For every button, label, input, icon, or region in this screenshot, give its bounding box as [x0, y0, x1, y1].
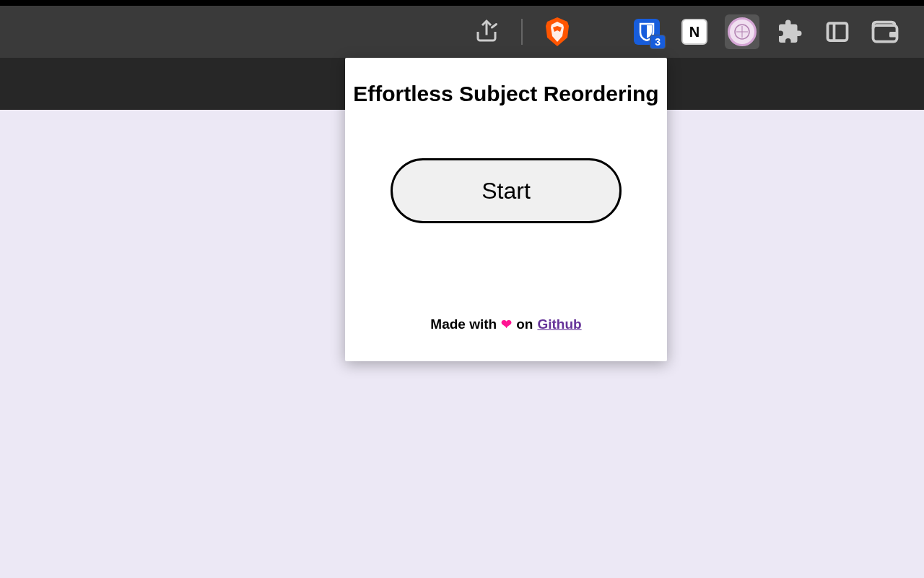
sidebar-toggle-icon[interactable] [820, 14, 855, 49]
svg-rect-1 [828, 23, 847, 40]
bitwarden-extension-icon[interactable]: 3 [629, 14, 664, 49]
extension-popup: Effortless Subject Reordering Start Made… [345, 58, 667, 361]
window-top-border [0, 0, 924, 6]
popup-footer: Made with ❤ on Github [430, 316, 581, 332]
footer-prefix: Made with [430, 316, 497, 332]
toolbar-divider [521, 19, 523, 45]
extensions-puzzle-icon[interactable] [772, 14, 807, 49]
brave-shield-icon[interactable] [540, 14, 575, 49]
browser-toolbar: 3 N [0, 6, 924, 58]
share-icon[interactable] [469, 14, 504, 49]
github-link[interactable]: Github [537, 316, 581, 332]
notion-extension-icon[interactable]: N [677, 14, 712, 49]
svg-rect-4 [889, 32, 897, 38]
wallet-icon[interactable] [868, 14, 902, 49]
heart-icon: ❤ [501, 316, 512, 332]
popup-title: Effortless Subject Reordering [353, 79, 658, 108]
footer-on: on [516, 316, 533, 332]
start-button[interactable]: Start [391, 158, 622, 223]
active-extension-icon[interactable] [725, 14, 759, 49]
bitwarden-badge: 3 [650, 35, 666, 49]
